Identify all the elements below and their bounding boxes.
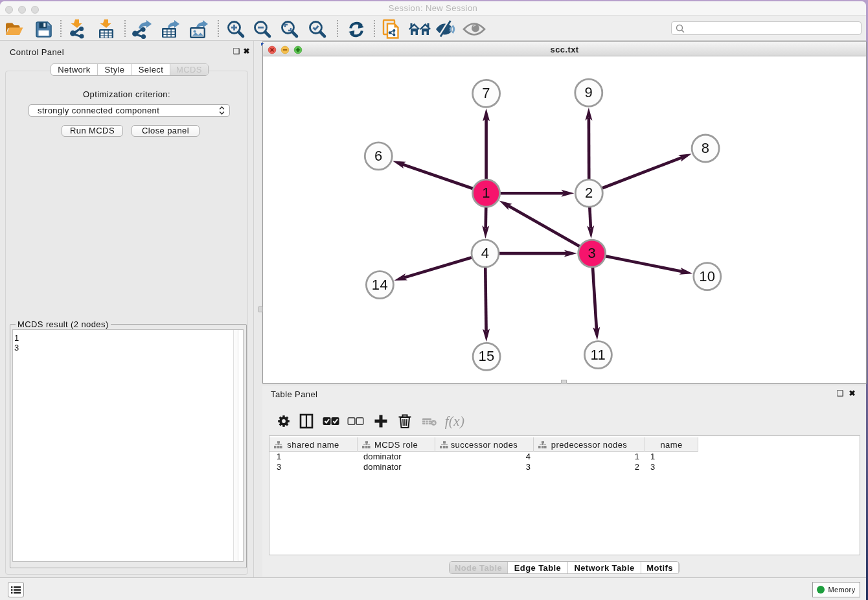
svg-text:14: 14: [372, 277, 388, 293]
svg-text:1: 1: [482, 185, 490, 201]
svg-text:9: 9: [584, 84, 593, 100]
svg-text:15: 15: [478, 348, 494, 364]
svg-text:6: 6: [374, 148, 383, 164]
svg-text:8: 8: [702, 140, 710, 156]
svg-text:10: 10: [699, 268, 715, 284]
svg-text:7: 7: [482, 85, 490, 101]
svg-text:2: 2: [585, 185, 593, 201]
svg-text:11: 11: [591, 347, 606, 363]
svg-text:3: 3: [588, 245, 596, 261]
svg-text:4: 4: [481, 245, 490, 261]
